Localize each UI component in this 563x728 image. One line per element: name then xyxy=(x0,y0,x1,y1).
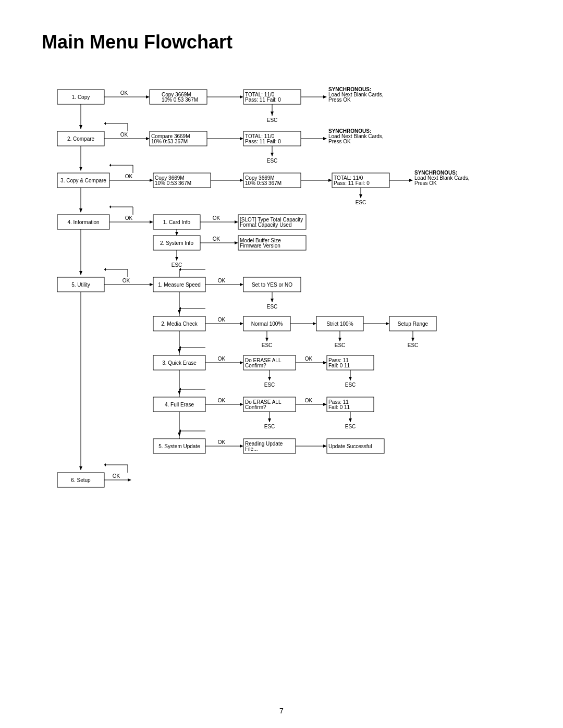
svg-marker-236 xyxy=(128,478,131,482)
svg-text:OK: OK xyxy=(213,215,221,221)
svg-marker-203 xyxy=(268,418,271,422)
svg-text:Setup Range: Setup Range xyxy=(398,321,429,327)
svg-marker-3 xyxy=(146,95,150,98)
svg-text:10%  0:53   367M: 10% 0:53 367M xyxy=(151,139,188,144)
svg-text:OK: OK xyxy=(120,132,128,138)
svg-marker-29 xyxy=(146,137,150,140)
svg-text:Normal 100%: Normal 100% xyxy=(251,321,283,327)
svg-text:Confirm?: Confirm? xyxy=(245,404,266,410)
svg-marker-99 xyxy=(175,232,178,236)
page-number: 7 xyxy=(279,707,284,715)
svg-text:Pass: 11    Fail: 0: Pass: 11 Fail: 0 xyxy=(245,97,281,103)
svg-text:ESC: ESC xyxy=(264,382,275,388)
svg-marker-66 xyxy=(328,179,332,182)
flowchart: 1. Copy OK Copy 3669M 10% 0:53 367M TOTA… xyxy=(42,74,521,699)
svg-text:2. Media Check: 2. Media Check xyxy=(161,321,198,327)
svg-text:Set to YES or NO: Set to YES or NO xyxy=(252,282,292,288)
svg-text:File...: File... xyxy=(245,446,258,452)
svg-text:OK: OK xyxy=(123,278,130,283)
svg-marker-115 xyxy=(104,268,106,271)
svg-marker-197 xyxy=(323,403,327,406)
svg-text:10%  0:53   367M: 10% 0:53 367M xyxy=(245,180,282,186)
svg-marker-156 xyxy=(411,338,414,341)
svg-text:ESC: ESC xyxy=(335,342,346,348)
svg-text:OK: OK xyxy=(125,174,133,179)
svg-marker-9 xyxy=(240,95,243,98)
svg-marker-234 xyxy=(104,463,106,466)
svg-text:ESC: ESC xyxy=(408,342,419,348)
svg-text:Confirm?: Confirm? xyxy=(245,363,266,368)
svg-marker-53 xyxy=(109,164,111,167)
svg-marker-79 xyxy=(79,208,82,213)
svg-marker-229 xyxy=(79,466,82,470)
svg-text:Press OK: Press OK xyxy=(328,139,351,144)
svg-marker-172 xyxy=(323,361,327,364)
svg-marker-22 xyxy=(79,125,82,129)
svg-marker-146 xyxy=(386,322,389,325)
svg-text:ESC: ESC xyxy=(267,304,278,310)
svg-text:OK: OK xyxy=(113,473,120,479)
svg-marker-61 xyxy=(240,179,243,182)
svg-text:Press OK: Press OK xyxy=(328,97,351,103)
svg-text:1. Measure Speed: 1. Measure Speed xyxy=(158,282,201,288)
svg-text:3. Quick Erase: 3. Quick Erase xyxy=(162,360,197,366)
svg-text:4. Information: 4. Information xyxy=(67,219,99,225)
svg-text:OK: OK xyxy=(305,356,313,362)
svg-text:OK: OK xyxy=(218,439,226,445)
svg-text:5. System Update: 5. System Update xyxy=(158,443,200,449)
svg-marker-55 xyxy=(150,179,153,182)
svg-text:2. System Info: 2. System Info xyxy=(160,240,193,246)
svg-text:ESC: ESC xyxy=(172,262,182,268)
svg-text:Format        Capacity Used: Format Capacity Used xyxy=(240,222,291,228)
svg-text:2. Compare: 2. Compare xyxy=(67,136,95,142)
svg-text:OK: OK xyxy=(305,398,313,403)
svg-text:ESC: ESC xyxy=(267,158,278,164)
svg-marker-84 xyxy=(109,205,111,208)
svg-text:Fail: 0    11: Fail: 0 11 xyxy=(328,363,350,368)
svg-text:3. Copy & Compare: 3. Copy & Compare xyxy=(60,178,106,183)
svg-text:Pass: 11    Fail: 0: Pass: 11 Fail: 0 xyxy=(334,180,370,186)
svg-marker-181 xyxy=(349,377,352,380)
svg-text:OK: OK xyxy=(218,278,226,283)
svg-marker-19 xyxy=(271,112,274,116)
svg-text:Firmware Version: Firmware Version xyxy=(240,243,280,249)
svg-marker-166 xyxy=(240,361,243,364)
svg-text:Press OK: Press OK xyxy=(414,180,437,186)
svg-text:5. Utility: 5. Utility xyxy=(71,282,90,288)
svg-text:ESC: ESC xyxy=(267,117,278,123)
svg-text:OK: OK xyxy=(218,356,226,362)
svg-marker-117 xyxy=(150,283,153,286)
svg-marker-122 xyxy=(240,283,243,286)
svg-marker-45 xyxy=(271,153,274,156)
svg-text:10%  0:53   367M: 10% 0:53 367M xyxy=(162,97,198,103)
svg-marker-137 xyxy=(240,322,243,325)
svg-text:4. Full Erase: 4. Full Erase xyxy=(165,402,194,408)
svg-marker-127 xyxy=(271,299,274,302)
svg-marker-101 xyxy=(235,241,238,244)
svg-text:OK: OK xyxy=(120,90,128,96)
svg-text:Fail: 0    11: Fail: 0 11 xyxy=(328,404,350,410)
svg-marker-142 xyxy=(313,322,316,325)
svg-marker-107 xyxy=(175,257,178,261)
svg-text:ESC: ESC xyxy=(345,382,356,388)
svg-text:1. Card Info: 1. Card Info xyxy=(163,219,191,225)
svg-marker-27 xyxy=(104,122,106,125)
svg-marker-48 xyxy=(79,167,82,171)
svg-marker-14 xyxy=(323,95,327,98)
svg-text:OK: OK xyxy=(218,317,226,323)
svg-text:Strict 100%: Strict 100% xyxy=(326,321,353,327)
svg-text:Pass: 11    Fail: 0: Pass: 11 Fail: 0 xyxy=(245,139,281,144)
svg-marker-216 xyxy=(240,445,243,448)
svg-text:OK: OK xyxy=(125,215,133,221)
svg-marker-206 xyxy=(349,418,352,422)
svg-marker-222 xyxy=(323,445,327,448)
svg-text:Update Successful: Update Successful xyxy=(328,443,372,449)
svg-marker-86 xyxy=(150,220,153,224)
svg-text:OK: OK xyxy=(213,236,221,242)
svg-text:OK: OK xyxy=(218,398,226,403)
svg-marker-76 xyxy=(359,194,362,198)
page-title: Main Menu Flowchart xyxy=(42,31,521,53)
svg-marker-191 xyxy=(240,403,243,406)
svg-marker-91 xyxy=(235,220,238,224)
svg-marker-153 xyxy=(338,338,341,341)
